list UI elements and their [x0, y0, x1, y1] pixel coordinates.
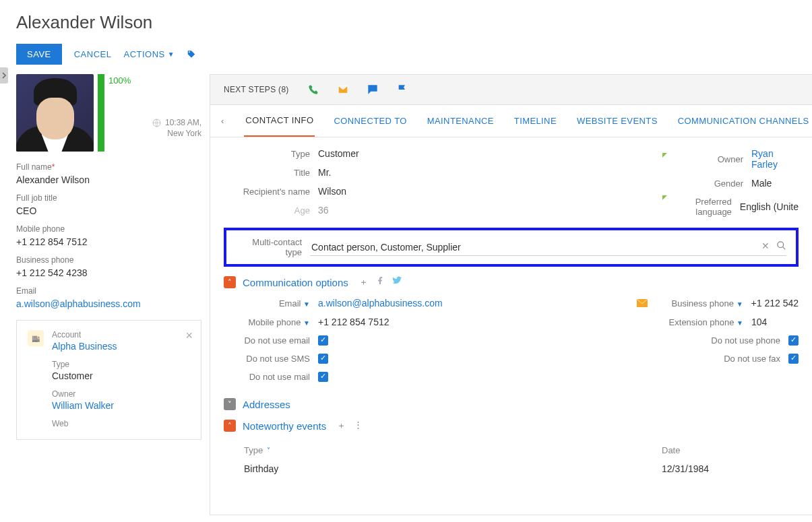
call-icon[interactable]: [308, 84, 319, 95]
event-row[interactable]: Birthday 12/31/1984: [244, 459, 799, 478]
event-date-value: 12/31/1984: [662, 463, 709, 474]
gender-value[interactable]: Male: [751, 178, 799, 189]
events-title[interactable]: Noteworthy events: [243, 420, 326, 432]
no-sms-label: Do not use SMS: [224, 354, 318, 364]
comm-toggle[interactable]: ˄: [224, 276, 236, 288]
account-type-value: Customer: [52, 370, 93, 381]
business-value[interactable]: +1 212 542 4238: [16, 267, 201, 278]
title-label: Title: [224, 168, 318, 178]
account-icon: 🏬: [28, 330, 44, 346]
add-event-icon[interactable]: ＋: [337, 420, 346, 432]
account-label: Account: [52, 330, 117, 339]
no-fax-checkbox[interactable]: [788, 354, 799, 364]
completeness-bar: [98, 74, 104, 152]
no-phone-label: Do not use phone: [664, 335, 788, 346]
comm-email-label[interactable]: Email ▼: [224, 298, 318, 308]
add-icon[interactable]: ＋: [359, 276, 368, 288]
gender-label: Gender: [664, 178, 751, 189]
timezone: 10:38 AM, New York: [108, 118, 201, 152]
owner-value[interactable]: Ryan Farley: [751, 148, 799, 170]
full-name-value[interactable]: Alexander Wilson: [16, 174, 201, 185]
clear-icon[interactable]: ✕: [761, 240, 770, 251]
mail-icon[interactable]: [637, 299, 648, 307]
account-card: × 🏬 Account Alpha Business Type Customer: [16, 320, 201, 440]
tabs: ‹ CONTACT INFO CONNECTED TO MAINTENANCE …: [210, 105, 812, 137]
event-type-value: Birthday: [244, 463, 662, 474]
no-mail-label: Do not use mail: [224, 372, 318, 382]
comm-ext-value[interactable]: 104: [751, 317, 799, 327]
recipient-label: Recipient's name: [224, 187, 318, 197]
lang-label: Preferred language: [664, 197, 740, 217]
comm-mobile-value[interactable]: +1 212 854 7512: [318, 317, 648, 327]
svg-point-1: [778, 241, 784, 247]
no-phone-checkbox[interactable]: [788, 335, 799, 346]
events-date-header[interactable]: Date: [662, 445, 680, 455]
email-label: Email: [16, 286, 201, 296]
facebook-icon[interactable]: [376, 276, 385, 288]
tab-comm-channels[interactable]: COMMUNICATION CHANNELS: [677, 106, 811, 136]
addresses-toggle[interactable]: ˅: [224, 398, 236, 410]
tab-scroll-left[interactable]: ‹: [218, 116, 226, 126]
type-label: Type: [224, 149, 318, 159]
left-expander[interactable]: [0, 67, 8, 84]
business-label: Business phone: [16, 255, 201, 265]
comm-ext-label[interactable]: Extension phone ▼: [664, 317, 751, 327]
no-mail-checkbox[interactable]: [318, 372, 328, 382]
owner-label: Owner: [664, 154, 751, 164]
next-steps-label[interactable]: NEXT STEPS (8): [224, 85, 289, 94]
lang-value[interactable]: English (Unite: [740, 201, 799, 212]
account-owner-value[interactable]: William Walker: [52, 400, 114, 411]
chat-icon[interactable]: [367, 84, 378, 95]
more-icon[interactable]: ⋮: [354, 420, 363, 432]
tab-connected-to[interactable]: CONNECTED TO: [332, 106, 408, 136]
globe-icon: [152, 119, 161, 127]
tab-website-events[interactable]: WEBSITE EVENTS: [575, 106, 659, 136]
twitter-icon[interactable]: [393, 276, 402, 288]
tab-maintenance[interactable]: MAINTENANCE: [426, 106, 495, 136]
job-title-label: Full job title: [16, 193, 201, 203]
account-web-label: Web: [52, 419, 68, 428]
comm-mobile-label[interactable]: Mobile phone ▼: [224, 317, 318, 327]
recipient-value[interactable]: Wilson: [318, 186, 648, 197]
search-icon[interactable]: [776, 240, 786, 251]
job-title-value[interactable]: CEO: [16, 205, 201, 216]
tag-icon[interactable]: [187, 50, 196, 59]
next-steps-bar: NEXT STEPS (8): [210, 75, 812, 105]
type-value[interactable]: Customer: [318, 148, 648, 159]
full-name-label: Full name: [16, 162, 52, 172]
title-value[interactable]: Mr.: [318, 167, 648, 178]
events-type-header[interactable]: Type ˅: [244, 445, 662, 455]
flag-icon[interactable]: [397, 84, 408, 95]
toolbar: SAVE CANCEL ACTIONS▼: [0, 40, 812, 74]
age-label: Age: [224, 205, 318, 216]
cancel-button[interactable]: CANCEL: [74, 49, 112, 59]
comm-section-title[interactable]: Communication options: [243, 277, 348, 288]
mobile-value[interactable]: +1 212 854 7512: [16, 236, 201, 247]
account-name[interactable]: Alpha Business: [52, 341, 117, 352]
multi-contact-highlight: Multi-contact type Contact person, Custo…: [224, 228, 799, 267]
account-owner-label: Owner: [52, 389, 114, 399]
events-toggle[interactable]: ˄: [224, 420, 236, 432]
comm-business-value[interactable]: +1 212 542: [751, 298, 799, 308]
tab-contact-info[interactable]: CONTACT INFO: [244, 105, 315, 137]
mobile-label: Mobile phone: [16, 224, 201, 234]
age-value: 36: [318, 205, 648, 216]
page-title: Alexander Wilson: [16, 12, 796, 33]
actions-button[interactable]: ACTIONS▼: [123, 49, 175, 59]
no-email-checkbox[interactable]: [318, 335, 328, 346]
email-value[interactable]: a.wilson@alphabusiness.com: [16, 298, 201, 309]
addresses-title[interactable]: Addresses: [243, 399, 290, 410]
no-fax-label: Do not use fax: [664, 354, 788, 364]
comm-email-value[interactable]: a.wilson@alphabusiness.com: [318, 298, 630, 308]
tab-timeline[interactable]: TIMELINE: [513, 106, 558, 136]
avatar[interactable]: [16, 74, 94, 152]
no-email-label: Do not use email: [224, 335, 318, 346]
multi-contact-input[interactable]: Contact person, Customer, Supplier ✕: [310, 239, 786, 256]
completeness-text: 100%: [108, 74, 201, 86]
save-button[interactable]: SAVE: [16, 44, 62, 65]
email-icon[interactable]: [338, 84, 348, 95]
account-type-label: Type: [52, 360, 93, 369]
no-sms-checkbox[interactable]: [318, 354, 328, 364]
close-icon[interactable]: ×: [185, 329, 193, 343]
comm-business-label[interactable]: Business phone ▼: [664, 298, 751, 308]
